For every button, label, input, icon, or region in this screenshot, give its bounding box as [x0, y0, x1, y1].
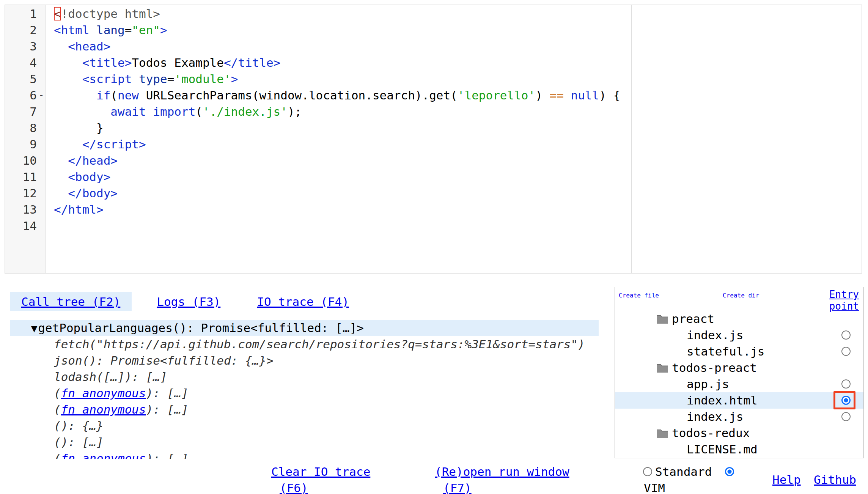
- entry-point-header[interactable]: Entrypoint: [829, 289, 859, 312]
- tab-call-tree-f2[interactable]: Call tree (F2): [10, 292, 132, 311]
- file-tree-header: Create file Create dir Entrypoint: [615, 287, 863, 310]
- code-line[interactable]: 4 <title>Todos Example</title>: [5, 55, 862, 71]
- call-tree-node[interactable]: json(): Promise<fulfilled: {…}>: [10, 352, 599, 369]
- code-line[interactable]: 14: [5, 218, 862, 234]
- call-tree-node[interactable]: (fn anonymous): […]: [10, 385, 599, 401]
- code-line[interactable]: 3 <head>: [5, 38, 862, 55]
- line-number: 7: [5, 104, 37, 120]
- line-number: 3: [5, 38, 37, 55]
- line-number: 13: [5, 201, 37, 218]
- file-item-index-js[interactable]: index.js: [615, 327, 863, 343]
- code-line[interactable]: 2<html lang="en">: [5, 22, 862, 38]
- code-line[interactable]: 5 <script type='module'>: [5, 71, 862, 87]
- code-line[interactable]: 7 await import('./index.js');: [5, 104, 862, 120]
- folder-icon: [656, 363, 668, 373]
- fold-gutter: [37, 55, 46, 71]
- file-item-index-js[interactable]: index.js: [615, 409, 863, 425]
- standard-mode-label[interactable]: Standard: [655, 464, 712, 480]
- call-tree-panel: Call tree (F2)Logs (F3)IO trace (F4) ▼ge…: [10, 292, 599, 459]
- call-tree-node[interactable]: (): {…}: [10, 418, 599, 434]
- code-text: <head>: [46, 38, 110, 55]
- standard-mode-radio[interactable]: [643, 467, 652, 476]
- code-line[interactable]: 10 </head>: [5, 153, 862, 169]
- fn-anonymous-link[interactable]: fn anonymous: [61, 386, 146, 400]
- fold-gutter: [37, 38, 46, 55]
- code-line[interactable]: 12 </body>: [5, 185, 862, 201]
- code-line[interactable]: 9 </script>: [5, 136, 862, 153]
- vim-mode-radio[interactable]: [725, 467, 734, 476]
- file-rows: preactindex.jsstateful.jstodos-preactapp…: [615, 311, 863, 458]
- line-number: 1: [5, 6, 37, 22]
- fold-gutter: [37, 6, 46, 22]
- collapse-arrow-icon[interactable]: ▼: [31, 323, 37, 334]
- dir-item-todos-redux[interactable]: todos-redux: [615, 425, 863, 441]
- line-number: 14: [5, 218, 37, 234]
- file-item-app-js[interactable]: app.js: [615, 376, 863, 392]
- line-number: 12: [5, 185, 37, 201]
- code-line[interactable]: 13</html>: [5, 201, 862, 218]
- code-text: </script>: [46, 136, 146, 153]
- fold-gutter: [37, 71, 46, 87]
- code-line[interactable]: 11 <body>: [5, 169, 862, 185]
- create-file-link[interactable]: Create file: [619, 292, 659, 299]
- entry-point-header-line1: Entry: [829, 289, 859, 300]
- dir-item-todos-preact[interactable]: todos-preact: [615, 360, 863, 376]
- panel-tabs: Call tree (F2)Logs (F3)IO trace (F4): [10, 292, 599, 311]
- clear-io-trace-button[interactable]: Clear IO trace (F6): [271, 464, 370, 494]
- github-link[interactable]: Github: [814, 472, 856, 488]
- code-text: <script type='module'>: [46, 71, 238, 87]
- code-line[interactable]: 8 }: [5, 120, 862, 136]
- code-editor[interactable]: 1<!doctype html>2<html lang="en">3 <head…: [5, 5, 862, 274]
- line-number: 8: [5, 120, 37, 136]
- tab-io-trace-f4[interactable]: IO trace (F4): [245, 292, 360, 311]
- call-tree-node[interactable]: (fn anonymous): […]: [10, 450, 599, 459]
- help-link[interactable]: Help: [772, 472, 801, 488]
- clear-io-trace-label: Clear IO trace: [271, 464, 370, 480]
- fn-anonymous-link[interactable]: fn anonymous: [61, 452, 146, 459]
- code-text: <html lang="en">: [46, 22, 167, 38]
- file-tree-panel: Create file Create dir Entrypoint preact…: [615, 287, 864, 458]
- reopen-run-window-hotkey: (F7): [435, 480, 569, 494]
- call-tree-rows: ▼getPopularLanguages(): Promise<fulfille…: [10, 320, 599, 459]
- entry-point-radio[interactable]: [841, 347, 851, 356]
- file-name: index.js: [687, 327, 743, 343]
- code-line[interactable]: 6- if(new URLSearchParams(window.locatio…: [5, 87, 862, 104]
- vim-mode-label[interactable]: VIM: [644, 480, 665, 494]
- reopen-run-window-button[interactable]: (Re)open run window (F7): [435, 464, 569, 494]
- file-item-index-html[interactable]: index.html: [615, 392, 863, 409]
- fold-gutter: [37, 104, 46, 120]
- call-tree-node[interactable]: (): […]: [10, 434, 599, 450]
- fn-anonymous-link[interactable]: fn anonymous: [61, 403, 146, 416]
- code-line[interactable]: 1<!doctype html>: [5, 6, 862, 22]
- fold-gutter: [37, 153, 46, 169]
- fold-gutter: [37, 136, 46, 153]
- reopen-run-window-label: (Re)open run window: [435, 464, 569, 480]
- call-tree-node[interactable]: fetch("https://api.github.com/search/rep…: [10, 336, 599, 352]
- create-dir-link[interactable]: Create dir: [723, 292, 759, 299]
- entry-point-radio[interactable]: [841, 396, 851, 405]
- file-name: app.js: [687, 376, 729, 392]
- call-tree-node[interactable]: (fn anonymous): […]: [10, 401, 599, 418]
- fold-gutter: [37, 22, 46, 38]
- entry-point-radio[interactable]: [841, 330, 851, 340]
- line-number: 9: [5, 136, 37, 153]
- status-bar: docs/examples/todos- preact/index.html C…: [0, 464, 868, 494]
- file-item-stateful-js[interactable]: stateful.js: [615, 343, 863, 360]
- code-text: [46, 218, 54, 234]
- current-file-path: docs/examples/todos- preact/index.html: [6, 464, 147, 494]
- entry-point-radio[interactable]: [841, 379, 851, 389]
- code-text: }: [46, 120, 104, 136]
- entry-point-radio[interactable]: [841, 412, 851, 421]
- fold-marker-icon[interactable]: -: [37, 87, 46, 104]
- call-tree-node[interactable]: lodash([…]): […]: [10, 369, 599, 385]
- dir-name: todos-redux: [672, 425, 750, 441]
- file-item-license-md[interactable]: LICENSE.md: [615, 441, 863, 458]
- folder-icon: [656, 314, 668, 324]
- line-number: 4: [5, 55, 37, 71]
- code-text: if(new URLSearchParams(window.location.s…: [46, 87, 620, 104]
- file-name: index.html: [687, 392, 758, 409]
- line-number: 6: [5, 87, 37, 104]
- call-tree-root-node[interactable]: ▼getPopularLanguages(): Promise<fulfille…: [10, 320, 599, 336]
- tab-logs-f3[interactable]: Logs (F3): [145, 292, 232, 311]
- dir-item-preact[interactable]: preact: [615, 311, 863, 327]
